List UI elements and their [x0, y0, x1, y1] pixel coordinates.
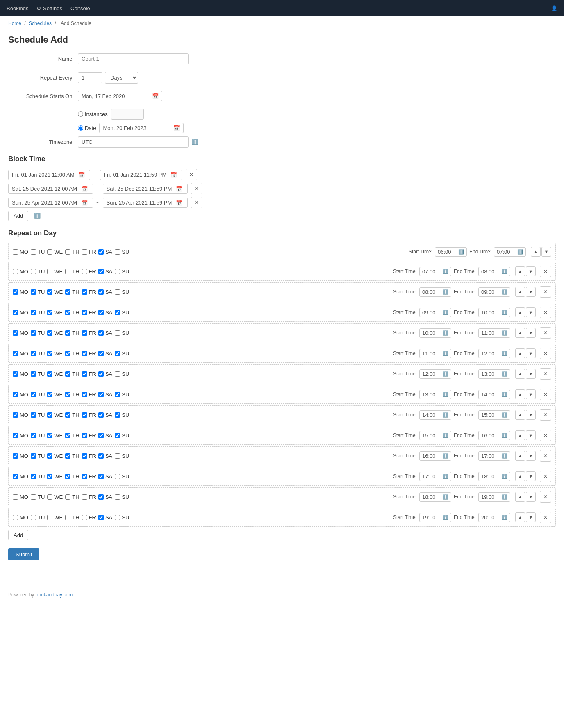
day-checkbox-tu[interactable] [31, 371, 36, 377]
day-checkbox-we[interactable] [47, 412, 52, 418]
block-time-remove-button[interactable]: ✕ [191, 197, 202, 208]
day-checkbox-th[interactable] [65, 289, 70, 295]
info-icon[interactable]: ℹ️ [192, 139, 198, 145]
end-time-input[interactable] [481, 453, 502, 459]
day-check-mo[interactable]: MO [13, 289, 28, 295]
end-time-input[interactable] [481, 309, 502, 316]
day-checkbox-fr[interactable] [82, 494, 87, 500]
start-time-wrap[interactable]: ℹ️ [419, 349, 451, 358]
day-check-we[interactable]: WE [47, 371, 63, 377]
move-up-button[interactable]: ▲ [515, 512, 525, 522]
day-check-mo[interactable]: MO [13, 412, 28, 418]
start-time-wrap[interactable]: ℹ️ [419, 410, 451, 420]
day-check-tu[interactable]: TU [31, 309, 45, 316]
day-check-we[interactable]: WE [47, 391, 63, 398]
day-check-th[interactable]: TH [65, 309, 79, 316]
day-checkbox-mo[interactable] [13, 371, 18, 377]
time-info-icon[interactable]: ℹ️ [443, 412, 448, 418]
move-up-button[interactable]: ▲ [515, 287, 525, 297]
time-info-icon[interactable]: ℹ️ [443, 515, 448, 520]
end-time-wrap[interactable]: ℹ️ [478, 492, 510, 502]
move-down-button[interactable]: ▼ [526, 307, 536, 317]
day-check-th[interactable]: TH [65, 289, 79, 295]
day-check-sa[interactable]: SA [98, 289, 112, 295]
day-checkbox-tu[interactable] [31, 433, 36, 438]
day-check-sa[interactable]: SA [98, 350, 112, 357]
day-checkbox-fr[interactable] [82, 433, 87, 438]
day-checkbox-sa[interactable] [98, 269, 104, 274]
repeat-row-remove-button[interactable]: ✕ [540, 409, 551, 421]
start-time-input[interactable] [422, 432, 443, 439]
day-check-sa[interactable]: SA [98, 473, 112, 480]
time-info-icon-2[interactable]: ℹ️ [502, 474, 507, 479]
day-checkbox-su[interactable] [115, 433, 120, 438]
move-down-button[interactable]: ▼ [526, 389, 536, 399]
day-check-su[interactable]: SU [115, 453, 129, 459]
day-check-th[interactable]: TH [65, 412, 79, 418]
time-info-icon[interactable]: ℹ️ [443, 289, 448, 295]
day-check-mo[interactable]: MO [13, 432, 28, 439]
day-checkbox-mo[interactable] [13, 433, 18, 438]
end-time-wrap[interactable]: ℹ️ [494, 247, 526, 257]
day-checkbox-we[interactable] [47, 249, 52, 255]
day-checkbox-mo[interactable] [13, 494, 18, 500]
day-check-we[interactable]: WE [47, 309, 63, 316]
time-info-icon-2[interactable]: ℹ️ [502, 289, 507, 295]
move-up-button[interactable]: ▲ [515, 389, 525, 399]
start-time-wrap[interactable]: ℹ️ [419, 267, 451, 276]
day-check-th[interactable]: TH [65, 268, 79, 275]
day-checkbox-su[interactable] [115, 351, 120, 356]
day-checkbox-we[interactable] [47, 310, 52, 315]
move-down-button[interactable]: ▼ [526, 492, 536, 502]
day-check-sa[interactable]: SA [98, 412, 112, 418]
day-check-mo[interactable]: MO [13, 371, 28, 377]
time-info-icon-2[interactable]: ℹ️ [502, 433, 507, 438]
time-info-icon[interactable]: ℹ️ [458, 249, 464, 255]
day-checkbox-fr[interactable] [82, 330, 87, 336]
day-checkbox-fr[interactable] [82, 310, 87, 315]
move-down-button[interactable]: ▼ [526, 430, 536, 440]
time-info-icon[interactable]: ℹ️ [443, 392, 448, 397]
start-time-wrap[interactable]: ℹ️ [435, 247, 467, 257]
move-down-button[interactable]: ▼ [526, 266, 536, 276]
start-time-wrap[interactable]: ℹ️ [419, 390, 451, 399]
start-time-input[interactable] [422, 371, 443, 377]
day-check-we[interactable]: WE [47, 412, 63, 418]
day-checkbox-we[interactable] [47, 453, 52, 459]
end-time-input[interactable] [481, 350, 502, 357]
day-checkbox-fr[interactable] [82, 371, 87, 377]
end-time-wrap[interactable]: ℹ️ [478, 308, 510, 317]
move-up-button[interactable]: ▲ [515, 348, 525, 358]
day-checkbox-su[interactable] [115, 330, 120, 336]
day-checkbox-we[interactable] [47, 494, 52, 500]
day-check-tu[interactable]: TU [31, 473, 45, 480]
day-check-tu[interactable]: TU [31, 494, 45, 500]
day-check-fr[interactable]: FR [82, 432, 96, 439]
day-checkbox-th[interactable] [65, 310, 70, 315]
day-checkbox-th[interactable] [65, 392, 70, 397]
day-check-fr[interactable]: FR [82, 309, 96, 316]
day-check-sa[interactable]: SA [98, 268, 112, 275]
end-time-input[interactable] [481, 473, 502, 480]
day-check-we[interactable]: WE [47, 249, 63, 255]
schedule-starts-date-wrap[interactable]: 📅 [78, 91, 162, 101]
day-check-mo[interactable]: MO [13, 268, 28, 275]
end-time-wrap[interactable]: ℹ️ [478, 390, 510, 399]
day-checkbox-fr[interactable] [82, 289, 87, 295]
calendar-icon[interactable]: 📅 [81, 200, 88, 206]
end-time-wrap[interactable]: ℹ️ [478, 267, 510, 276]
day-checkbox-sa[interactable] [98, 494, 104, 500]
day-checkbox-su[interactable] [115, 453, 120, 459]
day-check-sa[interactable]: SA [98, 391, 112, 398]
start-time-input[interactable] [422, 494, 443, 500]
repeat-row-remove-button[interactable]: ✕ [540, 389, 551, 400]
day-checkbox-sa[interactable] [98, 310, 104, 315]
block-start-date[interactable]: Sun. 25 Apr 2021 12:00 AM 📅 [8, 198, 93, 208]
start-time-input[interactable] [422, 350, 443, 357]
time-info-icon[interactable]: ℹ️ [443, 494, 448, 500]
start-time-wrap[interactable]: ℹ️ [419, 369, 451, 379]
day-check-su[interactable]: SU [115, 268, 129, 275]
day-checkbox-sa[interactable] [98, 392, 104, 397]
calendar-icon[interactable]: 📅 [176, 200, 182, 206]
day-check-su[interactable]: SU [115, 412, 129, 418]
